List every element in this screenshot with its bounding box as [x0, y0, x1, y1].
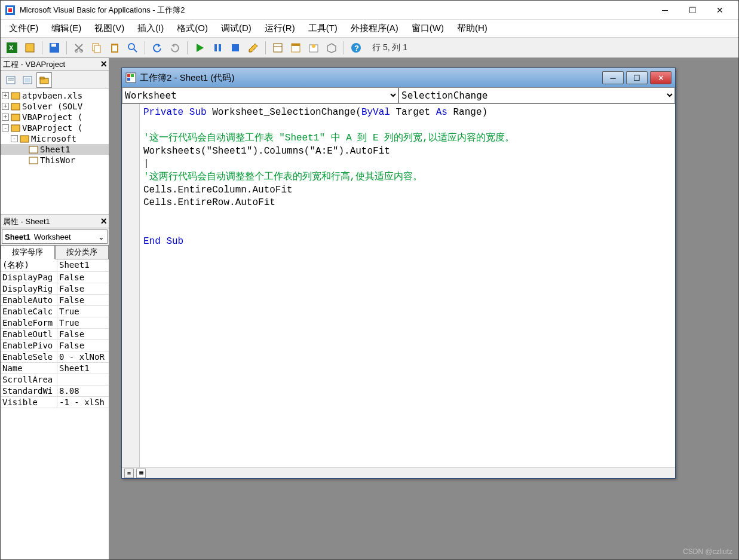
tree-node[interactable]: +Solver (SOLV [1, 101, 109, 112]
properties-grid[interactable]: (名称)Sheet1DisplayPagFalseDisplayRigFalse… [1, 259, 109, 559]
titlebar: Microsoft Visual Basic for Applications … [1, 1, 738, 20]
svg-rect-7 [51, 44, 56, 47]
toolbar: X ? 行 5, 列 1 [1, 38, 738, 58]
svg-rect-43 [29, 146, 38, 153]
property-row[interactable]: EnableFormTrue [1, 317, 109, 329]
code-window-titlebar[interactable]: 工作簿2 - Sheet1 (代码) ─ ☐ ✕ [122, 68, 675, 87]
copy-icon[interactable] [89, 40, 105, 56]
toggle-folders-icon[interactable] [36, 72, 52, 88]
menu-window[interactable]: 窗口(W) [409, 22, 446, 35]
property-row[interactable]: EnableCalcTrue [1, 306, 109, 317]
svg-marker-17 [171, 44, 174, 47]
paste-icon[interactable] [107, 40, 122, 56]
view-excel-icon[interactable]: X [4, 40, 20, 56]
svg-rect-23 [274, 44, 282, 52]
svg-rect-40 [11, 114, 20, 121]
code-window-minimize[interactable]: ─ [602, 71, 624, 84]
view-object-icon[interactable] [20, 72, 35, 88]
menu-file[interactable]: 文件(F) [7, 22, 41, 35]
design-mode-icon[interactable] [246, 40, 261, 56]
properties-tabs: 按字母序 按分类序 [1, 245, 109, 259]
project-tree[interactable]: +atpvbaen.xls+Solver (SOLV+VBAProject (-… [1, 89, 109, 215]
tree-node[interactable]: ThisWor [1, 155, 109, 166]
watermark: CSDN @czliutz [683, 547, 732, 556]
svg-point-14 [128, 44, 134, 50]
tree-node[interactable]: Sheet1 [1, 144, 109, 155]
run-icon[interactable] [192, 40, 207, 56]
svg-rect-37 [40, 77, 44, 79]
menu-format[interactable]: 格式(O) [174, 22, 210, 35]
property-row[interactable]: EnableAutoFalse [1, 295, 109, 306]
property-row[interactable]: EnableSele0 - xlNoR [1, 351, 109, 363]
tab-categorized[interactable]: 按分类序 [55, 245, 109, 259]
menu-edit[interactable]: 编辑(E) [49, 22, 84, 35]
menu-help[interactable]: 帮助(H) [455, 22, 490, 35]
tree-node[interactable]: +atpvbaen.xls [1, 90, 109, 101]
properties-object-combo[interactable]: Sheet1 Worksheet ⌄ [2, 229, 108, 244]
full-module-view-toggle[interactable]: ≣ [136, 469, 146, 478]
help-icon[interactable]: ? [348, 40, 364, 56]
menu-tools[interactable]: 工具(T) [306, 22, 340, 35]
menu-view[interactable]: 视图(V) [92, 22, 127, 35]
procedure-dropdown[interactable]: SelectionChange [398, 87, 675, 103]
property-row[interactable]: EnablePivoFalse [1, 340, 109, 351]
properties-pane-close-icon[interactable]: × [100, 216, 107, 227]
property-row[interactable]: NameSheet1 [1, 363, 109, 374]
close-button[interactable]: ✕ [706, 1, 734, 20]
properties-pane-title: 属性 - Sheet1 [3, 216, 50, 227]
properties-combo-bold: Sheet1 [5, 232, 30, 241]
property-row[interactable]: StandardWi8.08 [1, 385, 109, 397]
menu-run[interactable]: 运行(R) [262, 22, 298, 35]
svg-rect-39 [11, 103, 20, 110]
properties-window-icon[interactable] [288, 40, 303, 56]
break-icon[interactable] [210, 40, 225, 56]
code-margin[interactable] [122, 104, 140, 467]
mdi-area: 工作簿2 - Sheet1 (代码) ─ ☐ ✕ Worksheet Selec… [109, 58, 738, 559]
tab-alphabetic[interactable]: 按字母序 [1, 245, 55, 259]
tree-node[interactable]: -Microsoft [1, 133, 109, 144]
property-row[interactable]: ScrollArea [1, 374, 109, 385]
svg-rect-19 [214, 44, 217, 51]
procedure-view-toggle[interactable]: ≡ [124, 469, 134, 478]
code-window: 工作簿2 - Sheet1 (代码) ─ ☐ ✕ Worksheet Selec… [121, 68, 676, 479]
object-dropdown[interactable]: Worksheet [122, 87, 398, 103]
cut-icon[interactable] [71, 40, 87, 56]
menu-addins[interactable]: 外接程序(A) [348, 22, 401, 35]
view-code-icon[interactable] [3, 72, 19, 88]
property-row[interactable]: Visible-1 - xlSh [1, 397, 109, 408]
reset-icon[interactable] [228, 40, 243, 56]
properties-pane-header: 属性 - Sheet1 × [1, 215, 109, 228]
code-window-icon [125, 72, 136, 83]
property-row[interactable]: EnableOutlFalse [1, 329, 109, 340]
project-pane-header: 工程 - VBAProject × [1, 58, 109, 71]
undo-icon[interactable] [149, 40, 165, 56]
menu-insert[interactable]: 插入(I) [135, 22, 166, 35]
app-window: Microsoft Visual Basic for Applications … [0, 0, 739, 560]
project-pane-close-icon[interactable]: × [100, 59, 107, 69]
redo-icon[interactable] [167, 40, 183, 56]
minimize-button[interactable]: ─ [651, 1, 679, 20]
tree-node[interactable]: -VBAProject ( [1, 123, 109, 133]
tree-node[interactable]: +VBAProject ( [1, 112, 109, 123]
insert-module-icon[interactable] [22, 40, 38, 56]
project-explorer-icon[interactable] [270, 40, 286, 56]
menu-debug[interactable]: 调试(D) [219, 22, 254, 35]
code-window-maximize[interactable]: ☐ [626, 71, 648, 84]
cursor-position-label: 行 5, 列 1 [372, 42, 735, 53]
object-browser-icon[interactable] [306, 40, 321, 56]
maximize-button[interactable]: ☐ [679, 1, 706, 20]
property-row[interactable]: (名称)Sheet1 [1, 259, 109, 272]
code-window-close[interactable]: ✕ [650, 71, 671, 84]
code-body: Private Sub Worksheet_SelectionChange(By… [122, 104, 675, 467]
toolbox-icon[interactable] [324, 40, 339, 56]
property-row[interactable]: DisplayRigFalse [1, 283, 109, 295]
property-row[interactable]: DisplayPagFalse [1, 272, 109, 283]
svg-line-15 [134, 49, 137, 52]
svg-text:X: X [9, 44, 14, 51]
svg-rect-2 [8, 8, 12, 12]
code-editor[interactable]: Private Sub Worksheet_SelectionChange(By… [140, 104, 675, 467]
find-icon[interactable] [125, 40, 140, 56]
save-icon[interactable] [47, 40, 62, 56]
svg-rect-44 [29, 157, 38, 164]
svg-rect-11 [94, 45, 100, 53]
